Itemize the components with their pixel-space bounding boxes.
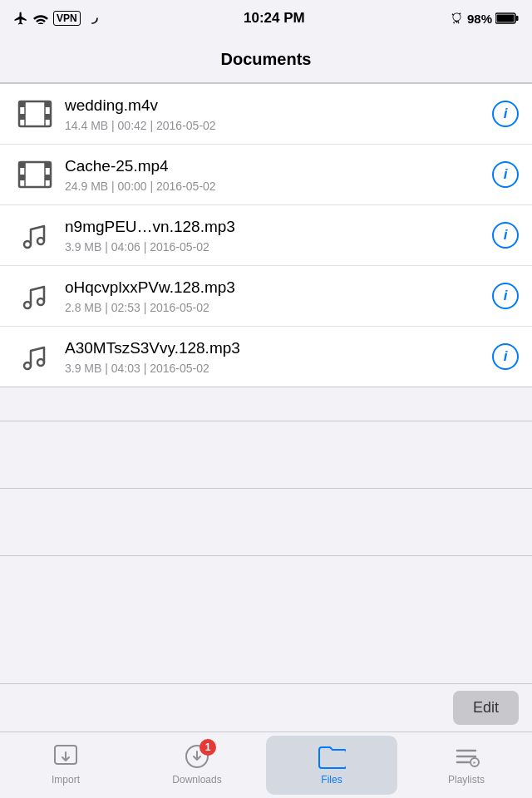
music-icon	[13, 274, 57, 318]
vpn-badge: VPN	[53, 11, 81, 26]
main-content: wedding.m4v14.4 MB | 00:42 | 2016-05-02i…	[0, 83, 532, 732]
folder-icon	[318, 742, 346, 771]
alarm-icon	[450, 12, 464, 26]
info-button[interactable]: i	[492, 222, 519, 249]
info-button[interactable]: i	[492, 343, 519, 370]
music-icon	[13, 214, 57, 257]
tab-files-label: Files	[321, 774, 342, 786]
svg-point-0	[87, 13, 97, 23]
info-button[interactable]: i	[492, 283, 519, 309]
activity-icon	[86, 12, 99, 25]
downloads-badge: 1	[200, 739, 216, 756]
svg-point-18	[24, 241, 31, 248]
table-row[interactable]: oHqcvplxxPVw.128.mp32.8 MB | 02:53 | 201…	[0, 266, 532, 327]
table-row[interactable]: Cache-25.mp424.9 MB | 00:00 | 2016-05-02…	[0, 145, 532, 205]
svg-rect-12	[19, 162, 25, 168]
status-time: 10:24 PM	[244, 10, 305, 27]
tab-files[interactable]: Files	[266, 736, 397, 795]
svg-rect-7	[45, 101, 51, 107]
tab-downloads-label: Downloads	[172, 774, 221, 786]
airplane-icon	[13, 11, 28, 26]
file-meta: 24.9 MB | 00:00 | 2016-05-02	[65, 180, 484, 193]
file-name: n9mgPEU…vn.128.mp3	[65, 217, 484, 238]
table-row[interactable]: A30MTszS3Vvy.128.mp33.9 MB | 04:03 | 201…	[0, 327, 532, 387]
file-meta: 14.4 MB | 00:42 | 2016-05-02	[65, 119, 484, 132]
download-icon: 1	[183, 742, 211, 771]
file-list: wedding.m4v14.4 MB | 00:42 | 2016-05-02i…	[0, 83, 532, 387]
svg-rect-3	[496, 15, 514, 22]
info-button[interactable]: i	[492, 101, 519, 127]
empty-area	[0, 387, 532, 683]
svg-rect-5	[19, 101, 25, 107]
nav-bar: Documents	[0, 37, 532, 83]
svg-rect-6	[19, 114, 25, 120]
svg-point-21	[37, 298, 44, 305]
table-row[interactable]: n9mgPEU…vn.128.mp33.9 MB | 04:06 | 2016-…	[0, 205, 532, 266]
status-bar: VPN 10:24 PM 98%	[0, 0, 532, 37]
file-meta: 2.8 MB | 02:53 | 2016-05-02	[65, 301, 484, 314]
edit-button[interactable]: Edit	[453, 691, 519, 725]
tab-bar: Import 1 Downloads Files	[0, 732, 532, 798]
table-row[interactable]: wedding.m4v14.4 MB | 00:42 | 2016-05-02i	[0, 84, 532, 145]
svg-point-19	[37, 238, 44, 244]
svg-point-22	[24, 362, 31, 369]
film-icon	[13, 92, 57, 135]
file-meta: 3.9 MB | 04:06 | 2016-05-02	[65, 240, 484, 254]
battery-icon	[495, 12, 519, 24]
tab-import-label: Import	[52, 774, 80, 786]
playlist-icon	[452, 742, 480, 771]
svg-rect-14	[45, 162, 51, 168]
file-name: oHqcvplxxPVw.128.mp3	[65, 278, 484, 298]
svg-rect-15	[45, 175, 51, 180]
svg-point-23	[37, 359, 44, 366]
svg-rect-8	[45, 114, 51, 120]
file-name: wedding.m4v	[65, 96, 484, 116]
wifi-icon	[33, 12, 48, 24]
tab-import[interactable]: Import	[0, 732, 131, 798]
svg-rect-2	[515, 16, 518, 21]
tab-downloads[interactable]: 1 Downloads	[131, 732, 263, 798]
battery-percentage: 98%	[467, 12, 492, 26]
file-meta: 3.9 MB | 04:03 | 2016-05-02	[65, 362, 484, 375]
status-left-icons: VPN	[13, 11, 99, 26]
film-icon	[13, 153, 57, 196]
status-right-icons: 98%	[450, 12, 519, 26]
tab-playlists-label: Playlists	[448, 774, 485, 786]
svg-rect-13	[19, 175, 25, 180]
info-button[interactable]: i	[492, 161, 519, 188]
edit-bar: Edit	[0, 683, 532, 732]
file-name: Cache-25.mp4	[65, 156, 484, 177]
tab-playlists[interactable]: Playlists	[401, 732, 532, 798]
page-title: Documents	[221, 50, 312, 69]
music-icon	[13, 335, 57, 378]
svg-point-20	[24, 302, 31, 308]
import-icon	[52, 742, 80, 771]
file-name: A30MTszS3Vvy.128.mp3	[65, 338, 484, 359]
